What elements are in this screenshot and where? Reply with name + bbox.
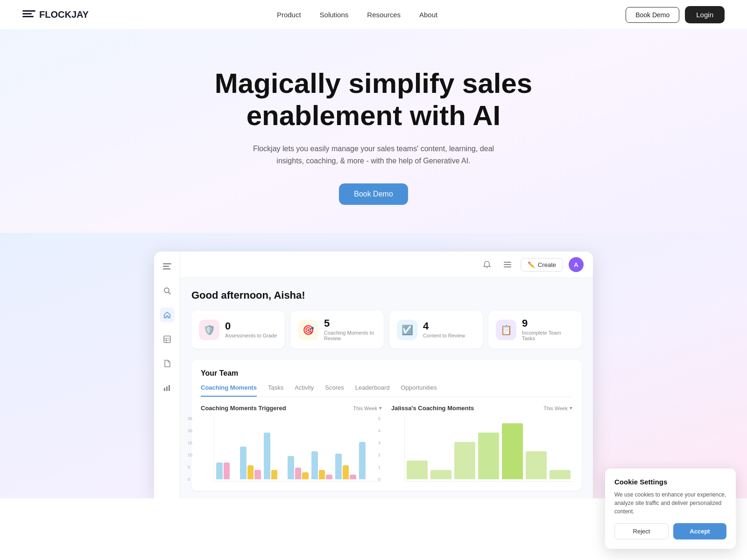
chart2-title: Jalissa's Coaching Moments: [391, 405, 474, 412]
stat-content: ☑️ 4 Content to Review: [389, 311, 483, 349]
app-window: ✏️ Create A Good afternoon, Aisha! 🛡️ 0 …: [154, 252, 593, 498]
app-content: Good afternoon, Aisha! 🛡️ 0 Assessments …: [180, 278, 593, 498]
notification-icon[interactable]: [479, 257, 494, 272]
stat-tasks-icon: 📋: [496, 320, 516, 340]
svg-rect-9: [164, 388, 165, 391]
stat-tasks: 📋 9 Incomplete Team Tasks: [488, 311, 582, 349]
app-topbar: ✏️ Create A: [180, 252, 593, 278]
chart1-header: Coaching Moments Triggered This Week ▾: [201, 405, 382, 412]
stat-coaching: 🎯 5 Coaching Moments to Review: [290, 311, 384, 349]
stat-content-label: Content to Review: [423, 333, 465, 338]
create-button[interactable]: ✏️ Create: [521, 258, 563, 272]
nav-about[interactable]: About: [419, 11, 437, 19]
app-main: ✏️ Create A Good afternoon, Aisha! 🛡️ 0 …: [180, 252, 593, 498]
hero-section: Magically simplify sales enablement with…: [0, 30, 747, 233]
navbar: FLOCKJAY Product Solutions Resources Abo…: [0, 0, 747, 30]
chart-jalissa: Jalissa's Coaching Moments This Week ▾ 5…: [391, 405, 572, 482]
tab-tasks[interactable]: Tasks: [268, 384, 283, 397]
stat-coaching-info: 5 Coaching Moments to Review: [324, 318, 376, 341]
stat-coaching-value: 5: [324, 318, 376, 329]
chart2-header: Jalissa's Coaching Moments This Week ▾: [391, 405, 572, 412]
logo-icon: [22, 10, 35, 20]
tab-coaching-moments[interactable]: Coaching Moments: [201, 384, 257, 397]
sidebar-chart-icon[interactable]: [160, 380, 175, 395]
svg-line-4: [169, 292, 170, 294]
hero-subtext: Flockjay lets you easily manage your sal…: [252, 143, 495, 167]
tab-scores[interactable]: Scores: [325, 384, 344, 397]
stat-assessments-label: Assessments to Grade: [225, 333, 277, 338]
sidebar-home-icon[interactable]: [160, 308, 175, 322]
stat-content-info: 4 Content to Review: [423, 321, 465, 338]
tab-activity[interactable]: Activity: [295, 384, 314, 397]
app-sidebar: [154, 252, 180, 498]
stat-coaching-label: Coaching Moments to Review: [324, 330, 376, 341]
tab-opportunities[interactable]: Opportunities: [401, 384, 437, 397]
stat-assessments-value: 0: [225, 321, 277, 331]
stat-assessments-info: 0 Assessments to Grade: [225, 321, 277, 338]
nav-resources[interactable]: Resources: [367, 11, 401, 19]
nav-actions: Book Demo Login: [626, 6, 725, 23]
cookie-text: We use cookies to enhance your experienc…: [614, 490, 726, 498]
chart2-bars: [404, 416, 572, 482]
chart1-y-labels: 2520151050: [188, 416, 192, 482]
stat-tasks-value: 9: [522, 318, 574, 329]
chart1-title: Coaching Moments Triggered: [201, 405, 286, 412]
svg-rect-5: [164, 336, 170, 343]
team-title: Your Team: [201, 369, 572, 378]
logo-text: FLOCKJAY: [39, 9, 89, 20]
create-label: Create: [538, 261, 556, 268]
svg-rect-10: [166, 386, 168, 391]
sidebar-logo-icon[interactable]: [160, 259, 175, 274]
menu-icon[interactable]: [500, 257, 515, 272]
team-section: Your Team Coaching Moments Tasks Activit…: [191, 360, 582, 491]
user-avatar[interactable]: A: [569, 257, 584, 272]
stat-assessments: 🛡️ 0 Assessments to Grade: [191, 311, 285, 349]
hero-headline: Magically simplify sales enablement with…: [210, 67, 537, 132]
chart-coaching-triggered: Coaching Moments Triggered This Week ▾ 2…: [201, 405, 382, 482]
svg-rect-1: [163, 266, 169, 267]
stat-assessments-icon: 🛡️: [199, 320, 219, 340]
chart2-y-labels: 543210: [378, 416, 381, 482]
svg-rect-14: [504, 266, 511, 267]
stat-tasks-info: 9 Incomplete Team Tasks: [522, 318, 574, 341]
greeting-text: Good afternoon, Aisha!: [191, 289, 582, 301]
svg-rect-11: [169, 385, 170, 391]
stat-content-icon: ☑️: [397, 320, 417, 340]
tab-leaderboard[interactable]: Leaderboard: [355, 384, 390, 397]
tabs-row: Coaching Moments Tasks Activity Scores L…: [201, 384, 572, 397]
pencil-icon: ✏️: [528, 261, 535, 268]
login-button[interactable]: Login: [685, 6, 725, 23]
sidebar-table-icon[interactable]: [160, 332, 175, 347]
stat-tasks-label: Incomplete Team Tasks: [522, 330, 574, 341]
app-preview: ✏️ Create A Good afternoon, Aisha! 🛡️ 0 …: [0, 233, 747, 498]
chart1-bars: [214, 416, 382, 482]
svg-rect-13: [504, 264, 511, 265]
svg-rect-12: [504, 262, 511, 263]
book-demo-nav-button[interactable]: Book Demo: [626, 7, 679, 23]
logo[interactable]: FLOCKJAY: [22, 9, 89, 20]
sidebar-file-icon[interactable]: [160, 356, 175, 371]
hero-cta-button[interactable]: Book Demo: [339, 183, 408, 205]
stat-coaching-icon: 🎯: [298, 320, 318, 340]
nav-links: Product Solutions Resources About: [277, 11, 437, 19]
chart1-filter[interactable]: This Week ▾: [353, 405, 382, 411]
stats-row: 🛡️ 0 Assessments to Grade 🎯 5 Coaching M…: [191, 311, 582, 349]
cookie-banner: Cookie Settings We use cookies to enhanc…: [605, 469, 736, 498]
charts-row: Coaching Moments Triggered This Week ▾ 2…: [201, 405, 572, 482]
cookie-title: Cookie Settings: [614, 478, 726, 486]
nav-product[interactable]: Product: [277, 11, 301, 19]
stat-content-value: 4: [423, 321, 465, 331]
sidebar-search-icon[interactable]: [160, 283, 175, 298]
chart2-filter[interactable]: This Week ▾: [543, 405, 572, 411]
svg-rect-0: [163, 263, 171, 265]
nav-solutions[interactable]: Solutions: [320, 11, 349, 19]
svg-rect-2: [163, 268, 170, 270]
